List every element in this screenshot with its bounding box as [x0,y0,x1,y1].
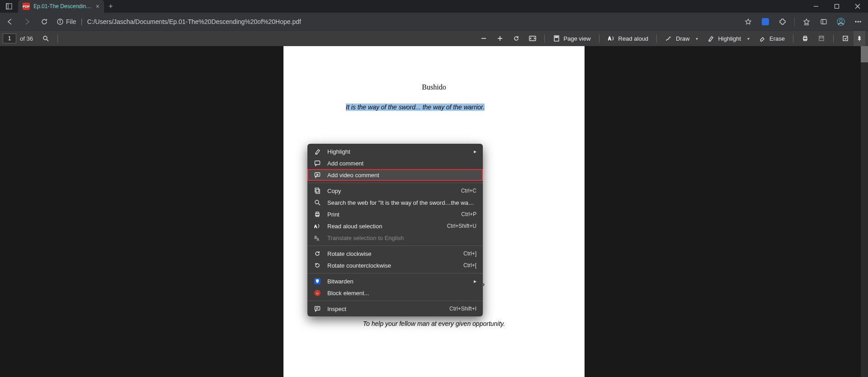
svg-line-17 [47,39,48,41]
context-menu-label: Add video comment [327,172,476,179]
site-info-button[interactable]: File [57,18,76,25]
chevron-down-icon: ▾ [696,36,698,41]
svg-rect-31 [843,36,848,41]
chevron-right-icon: ▸ [474,278,476,284]
page-view-button[interactable]: Page view [548,32,595,45]
context-menu-label: Block element... [327,290,476,297]
zoom-in-button[interactable] [492,32,508,45]
svg-point-16 [43,36,47,40]
context-menu-label: Copy [327,188,455,194]
address-separator: | [81,18,83,26]
svg-text:A: A [314,224,317,229]
extension-bitwarden-icon[interactable] [757,14,774,29]
svg-rect-46 [315,306,320,310]
context-menu-item-copy[interactable]: CopyCtrl+C [307,185,483,197]
toolbar-separator [544,34,545,42]
draw-button[interactable]: Draw ▾ [660,32,703,45]
page-total-label: of 36 [20,35,33,42]
svg-point-14 [858,21,859,22]
chevron-down-icon: ▾ [747,36,750,41]
context-menu-item-search-web[interactable]: Search the web for "It is the way of the… [307,197,483,208]
profile-button[interactable] [833,14,849,29]
forward-button[interactable] [19,14,35,29]
video-comment-icon [314,171,321,179]
svg-rect-0 [6,4,12,9]
tab-title: Ep.01-The Descending of Hope.p [33,3,92,9]
address-bar[interactable]: File | C:/Users/Jascha/Documents/Ep.01-T… [53,14,739,29]
svg-point-13 [855,21,857,22]
context-menu-item-inspect[interactable]: InspectCtrl+Shift+I [307,303,483,315]
extensions-button[interactable] [774,14,791,29]
context-menu-label: Search the web for "It is the way of the… [327,199,476,206]
rotate-button[interactable] [508,32,524,45]
context-menu-item-read-sel[interactable]: ARead aloud selectionCtrl+Shift+U [307,220,483,232]
copy-icon [314,187,321,194]
context-menu-item-highlight[interactable]: Highlight▸ [307,146,483,157]
vertical-scrollbar[interactable] [861,46,868,377]
menu-button[interactable] [850,14,866,29]
context-menu-label: Inspect [327,306,443,312]
svg-point-8 [60,20,60,20]
protocol-label: File [66,18,76,25]
context-menu-item-rot-cw[interactable]: Rotate clockwiseCtrl+] [307,248,483,259]
window-titlebar: PDF Ep.01-The Descending of Hope.p × + [0,0,868,13]
context-menu-item-add-comment[interactable]: Add comment [307,157,483,169]
translate-icon: あA [314,234,321,241]
window-minimize-button[interactable] [806,0,826,13]
app-menu-icon[interactable] [0,0,18,13]
pdf-favicon-icon: PDF [23,3,30,10]
svg-rect-10 [821,19,826,24]
window-close-button[interactable] [847,0,868,13]
browser-tab[interactable]: PDF Ep.01-The Descending of Hope.p × [18,0,104,13]
context-menu: Highlight▸Add commentAdd video commentCo… [307,144,483,316]
pin-toolbar-button[interactable] [854,31,865,46]
comment-icon [314,160,321,167]
save-as-button[interactable] [837,32,854,45]
back-button[interactable] [2,14,18,29]
navbar-separator [794,17,795,26]
context-menu-label: Print [327,211,455,218]
svg-rect-23 [555,37,558,38]
context-menu-separator [307,273,483,273]
svg-point-38 [315,200,319,204]
context-menu-item-block[interactable]: uBlock element... [307,287,483,299]
context-menu-label: Rotate counterclockwise [327,262,457,269]
context-menu-item-add-video[interactable]: Add video comment [307,169,483,181]
favorites-list-button[interactable] [798,14,815,29]
fit-page-button[interactable] [524,32,541,45]
selected-text[interactable]: It is the way of the sword... the way of… [346,104,485,111]
chevron-right-icon: ▸ [474,148,476,155]
read-aloud-icon: A [314,222,321,230]
context-menu-separator [307,301,483,301]
favorite-button[interactable] [740,14,756,29]
context-menu-item-print[interactable]: PrintCtrl+P [307,208,483,220]
rotate-ccw-icon [314,262,321,269]
context-menu-shortcut: Ctrl+Shift+I [449,306,476,312]
tab-close-button[interactable]: × [96,3,99,10]
zoom-out-button[interactable] [476,32,492,45]
svg-rect-3 [835,5,839,9]
print-button[interactable] [797,32,813,45]
erase-button[interactable]: Erase [754,32,789,45]
context-menu-item-rot-ccw[interactable]: Rotate counterclockwiseCtrl+[ [307,259,483,271]
find-button[interactable] [38,32,54,45]
context-menu-shortcut: Ctrl+] [463,250,476,257]
scrollbar-thumb[interactable] [861,46,868,62]
context-menu-shortcut: Ctrl+Shift+U [447,223,476,229]
context-menu-item-bitwarden[interactable]: Bitwarden▸ [307,275,483,287]
read-aloud-label: Read aloud [618,35,649,42]
browser-navbar: File | C:/Users/Jascha/Documents/Ep.01-T… [0,13,868,31]
new-tab-button[interactable]: + [104,0,118,13]
read-aloud-button[interactable]: A Read aloud [603,32,653,45]
pdf-viewer[interactable]: Bushido It is the way of the sword... th… [0,46,868,377]
window-maximize-button[interactable] [826,0,847,13]
collections-button[interactable] [816,14,832,29]
reload-button[interactable] [36,14,52,29]
highlight-button[interactable]: Highlight ▾ [703,32,754,45]
page-number-input[interactable] [3,33,16,43]
context-menu-separator [307,183,483,183]
highlight-icon [314,148,321,155]
save-button[interactable] [813,32,830,45]
erase-label: Erase [769,35,785,42]
svg-point-12 [840,19,842,22]
